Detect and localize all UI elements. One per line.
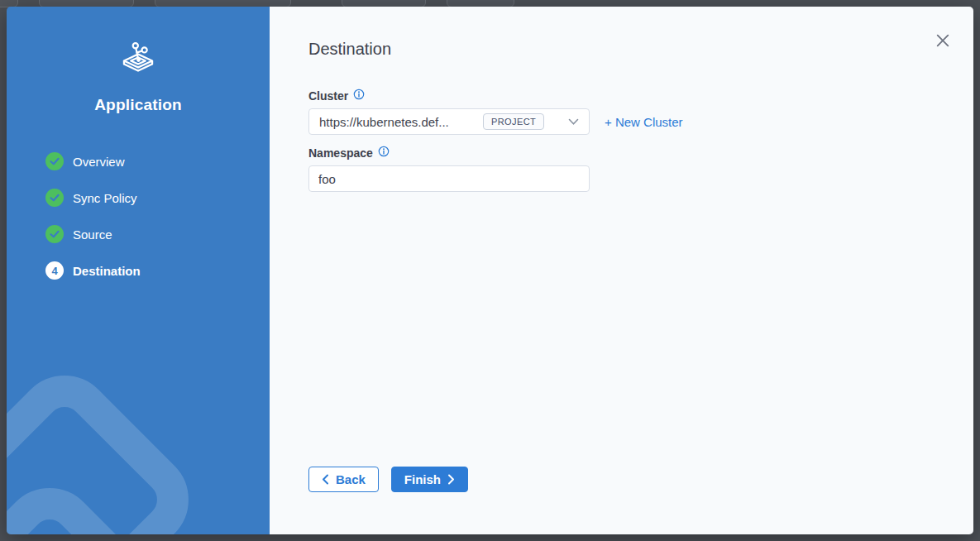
step-number-badge: 4 — [45, 261, 64, 280]
step-number: 4 — [51, 265, 57, 277]
new-application-wizard: Application Overview — [7, 7, 973, 534]
application-icon — [118, 38, 158, 78]
cluster-label-row: Cluster — [308, 89, 935, 103]
cluster-input-row: https://kubernetes.def... PROJECT + New … — [308, 103, 935, 135]
wizard-content: Destination Cluster https://kubernetes.d… — [270, 7, 973, 534]
cluster-select[interactable]: https://kubernetes.def... PROJECT — [308, 108, 590, 135]
finish-button-label: Finish — [404, 472, 441, 486]
back-button[interactable]: Back — [308, 467, 379, 492]
project-badge: PROJECT — [483, 113, 544, 130]
cluster-field-group: Cluster https://kubernetes.def... PROJEC… — [308, 89, 935, 135]
step-destination[interactable]: 4 Destination — [45, 261, 270, 280]
check-icon — [45, 189, 64, 207]
info-icon[interactable] — [378, 146, 390, 160]
step-label: Source — [73, 227, 112, 242]
step-overview[interactable]: Overview — [45, 151, 270, 171]
step-label: Destination — [73, 264, 141, 278]
back-button-label: Back — [336, 472, 366, 486]
finish-button[interactable]: Finish — [391, 467, 468, 492]
step-label: Sync Policy — [73, 191, 137, 205]
chevron-right-icon — [447, 474, 455, 485]
namespace-label: Namespace — [308, 146, 373, 160]
namespace-field-group: Namespace — [308, 146, 935, 192]
chevron-left-icon — [322, 474, 329, 485]
check-icon — [45, 225, 64, 243]
wizard-sidebar: Application Overview — [7, 7, 270, 534]
info-icon[interactable] — [353, 89, 365, 103]
close-icon[interactable] — [936, 34, 949, 47]
namespace-input[interactable] — [308, 165, 590, 192]
wizard-button-row: Back Finish — [308, 467, 468, 492]
wizard-steps: Overview Sync Policy — [7, 151, 270, 280]
cluster-value: https://kubernetes.def... — [319, 115, 483, 129]
chevron-down-icon — [568, 114, 579, 129]
step-source[interactable]: Source — [45, 224, 270, 244]
page-title: Destination — [308, 38, 935, 60]
wizard-title: Application — [7, 96, 270, 114]
step-sync-policy[interactable]: Sync Policy — [45, 188, 270, 208]
step-label: Overview — [73, 155, 125, 169]
check-icon — [45, 152, 64, 170]
new-cluster-link[interactable]: + New Cluster — [605, 115, 683, 129]
cluster-label: Cluster — [308, 89, 348, 103]
namespace-label-row: Namespace — [308, 146, 935, 160]
